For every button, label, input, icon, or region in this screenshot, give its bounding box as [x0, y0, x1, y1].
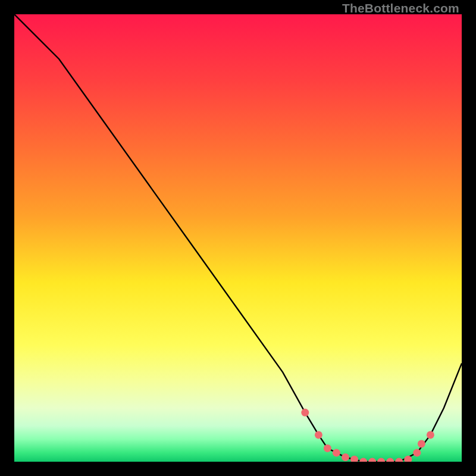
highlight-dot — [418, 440, 425, 447]
highlight-dot — [342, 453, 349, 461]
highlight-dot — [413, 449, 421, 457]
watermark-label: TheBottleneck.com — [342, 1, 459, 15]
highlight-dot — [301, 409, 309, 416]
highlight-dot — [315, 431, 322, 439]
highlight-dot — [333, 449, 340, 457]
chart-svg — [14, 14, 462, 462]
chart-frame — [14, 14, 462, 462]
gradient-background — [14, 14, 462, 462]
highlight-dot — [324, 444, 331, 452]
highlight-dot — [427, 431, 434, 439]
